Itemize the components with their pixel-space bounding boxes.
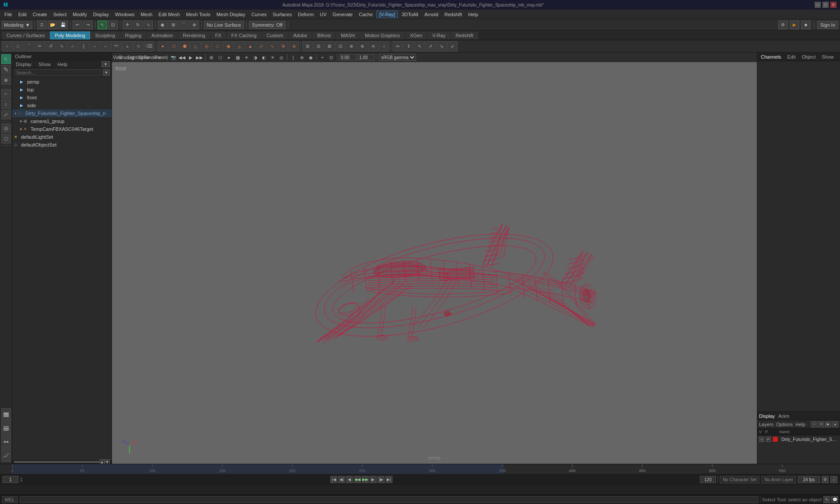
shelf-arc[interactable]: ∩ [67,41,78,52]
tab-adobe[interactable]: Adobe [288,32,312,39]
vp-snap-btn[interactable]: ⊡ [327,54,335,61]
paint-tool[interactable]: ✎ [1,65,11,74]
vp-lighting-menu[interactable]: Lighting [131,54,139,61]
undo-button[interactable]: ↩ [73,21,82,29]
timeline-ruler[interactable]: 1 50 100 150 200 250 300 [0,464,840,474]
shelf-smooth[interactable]: ≋ [368,41,378,52]
list-item[interactable]: ▶ ✕ TempCamFBXASC046Target [12,125,112,133]
fps-input[interactable] [798,476,820,483]
graph-editor-tool[interactable] [1,449,11,462]
vp-prev-frame[interactable]: ◀◀ [178,54,186,61]
menu-cache[interactable]: Cache [356,11,375,18]
tab-motion-graphics[interactable]: Motion Graphics [360,32,405,39]
shelf-bevel[interactable]: ⊟ [313,41,324,52]
lasso-tool-button[interactable]: ⊡ [108,21,118,29]
menu-windows[interactable]: Windows [112,11,137,18]
tab-redshift[interactable]: Redshift [451,32,478,39]
vp-hud-btn3[interactable]: ◉ [307,54,315,61]
shelf-tool11[interactable]: ⌅ [122,41,133,52]
redo-button[interactable]: ↪ [83,21,93,29]
select-mode-tool[interactable]: ↖ [1,54,11,64]
layer-color-swatch[interactable] [773,437,778,442]
render-settings-button[interactable]: ⚙ [778,21,788,29]
menu-surfaces[interactable]: Surfaces [270,11,294,18]
viewport-panel[interactable]: View Shading Lighting Show Renderer Pane… [112,52,757,464]
shelf-bezier[interactable]: ∫ [78,41,89,52]
layer-move-up[interactable]: ▲ [832,421,838,427]
new-layer-btn[interactable]: + [811,421,817,427]
vp-isolate-btn[interactable]: ◎ [277,54,285,61]
vp-shadow-btn[interactable]: ◑ [251,54,259,61]
gamma-select[interactable]: sRGB gamma [379,54,416,61]
shelf-tool13[interactable]: ⌫ [144,41,154,52]
shelf-cone[interactable]: △ [190,41,201,52]
shelf-spiral[interactable]: ↺ [46,41,56,52]
tab-fx[interactable]: FX [210,32,226,39]
snap-grid-button[interactable]: ⊞ [168,21,178,29]
shelf-prism[interactable]: ◬ [234,41,245,52]
shelf-wave[interactable]: ∿ [56,41,67,52]
play-forward-btn[interactable]: ▶▶ [362,476,369,483]
vp-smooth-btn[interactable]: ● [225,54,233,61]
shelf-torus[interactable]: ◎ [201,41,212,52]
select-tool-button[interactable]: ↖ [98,21,107,29]
shelf-sculpt[interactable]: ≀ [379,41,389,52]
outliner-tab-help[interactable]: Help [56,61,70,67]
transform-axis-tool[interactable]: ⤢ [1,110,11,119]
go-to-start-btn[interactable]: |◀ [330,476,337,483]
vp-grid-btn[interactable]: ⊞ [207,54,215,61]
play-back-btn[interactable]: ◀◀ [354,476,361,483]
show-tab[interactable]: Show [820,54,836,60]
sound-btn[interactable]: ♪ [830,476,837,483]
shelf-combine[interactable]: ⇕ [403,41,414,52]
open-file-button[interactable]: 📂 [48,21,57,29]
shelf-curve1[interactable]: ⌒ [24,41,34,52]
display-tool[interactable]: ⬡ [1,134,11,144]
layer-mgr-tool[interactable] [1,422,11,435]
shelf-tool9[interactable]: ⌢ [100,41,111,52]
shelf-mirror[interactable]: ⇔ [392,41,403,52]
menu-vray[interactable]: [V-Ray] [376,10,398,18]
playback-settings-btn[interactable]: ⚙ [822,476,829,483]
shelf-boolean[interactable]: ⇗ [425,41,436,52]
outliner-tab-display[interactable]: Display [14,61,33,67]
shelf-tool-x[interactable]: ⇘ [436,41,447,52]
current-frame-input[interactable] [3,476,18,483]
shelf-tool10[interactable]: ⌤ [111,41,122,52]
tab-poly-modeling[interactable]: Poly Modeling [50,32,90,39]
feedback-btn[interactable]: 💬 [831,496,838,503]
menu-mesh[interactable]: Mesh [138,11,155,18]
menu-mesh-tools[interactable]: Mesh Tools [183,11,213,18]
menu-help[interactable]: Help [466,11,481,18]
snap-point-button[interactable]: ⊕ [189,21,199,29]
shelf-pyramid[interactable]: ▲ [245,41,256,52]
help-tab[interactable]: Help [795,422,805,427]
soft-select-button[interactable]: ◉ [158,21,168,29]
tab-animation[interactable]: Animation [147,32,178,39]
go-to-end-btn[interactable]: ▶| [385,476,392,483]
step-back-btn[interactable]: ◀| [338,476,345,483]
layer-item[interactable]: V P Dirty_Futuristic_Fighter_Space [757,435,840,443]
outliner-filter-btn[interactable]: ▼ [102,61,110,67]
menu-create[interactable]: Create [30,11,50,18]
sign-in-button[interactable]: Sign In [817,21,838,29]
list-item[interactable]: ▶ side [12,102,112,109]
cmd-input[interactable] [20,496,758,503]
menu-modify[interactable]: Modify [70,11,89,18]
step-forward-btn[interactable]: |▶ [378,476,385,483]
menu-redshift[interactable]: Redshift [442,11,465,18]
layer-vis-tool[interactable] [1,408,11,421]
list-item[interactable]: ▶ front [12,94,112,102]
prev-frame-btn[interactable]: ◀ [346,476,353,483]
tab-curves-surfaces[interactable]: Curves / Surfaces [2,32,49,39]
tab-rendering[interactable]: Rendering [178,32,210,39]
tab-custom[interactable]: Custom [262,32,288,39]
symmetry-off[interactable]: Symmetry: Off [249,21,286,29]
shelf-separate[interactable]: ⇖ [414,41,425,52]
snap-curve-button[interactable]: ⌒ [179,21,189,29]
script-editor-btn[interactable]: ✎ [823,496,830,503]
menu-mesh-display[interactable]: Mesh Display [214,11,248,18]
vp-wireframe-btn[interactable]: ⬡ [216,54,224,61]
rotate-tool-button[interactable]: ↻ [133,21,143,29]
no-character-set[interactable]: No Character Set [720,476,760,483]
